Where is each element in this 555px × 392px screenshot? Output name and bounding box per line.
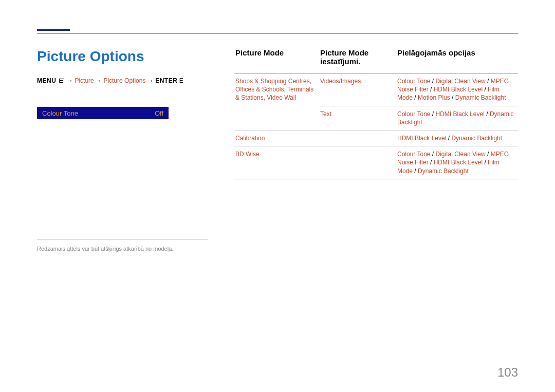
table-header-picture-mode: Picture Mode	[234, 48, 319, 73]
cell-picture-mode-setting: Text	[319, 106, 396, 130]
cell-adjustable-options: Colour Tone / Digital Clean View / MPEG …	[396, 73, 518, 106]
breadcrumb-picture: Picture	[75, 77, 94, 84]
enter-key-suffix: E	[179, 77, 183, 84]
osd-option-value: Off	[155, 109, 163, 117]
page-number: 103	[497, 365, 518, 380]
cell-picture-mode: Shops & Shopping Centres, Offices & Scho…	[234, 73, 319, 130]
cell-picture-mode-setting	[319, 130, 396, 146]
options-table: Picture Mode Picture Mode iestatījumi. P…	[234, 48, 518, 179]
osd-option-name: Colour Tone	[42, 109, 78, 117]
table-row: CalibrationHDMI Black Level / Dynamic Ba…	[234, 130, 518, 146]
cell-adjustable-options: Colour Tone / HDMI Black Level / Dynamic…	[396, 106, 518, 130]
osd-row-colour-tone: Colour Tone Off	[37, 107, 169, 119]
footnote: Redzamais attēls var būt atšķirīgs atkar…	[37, 246, 173, 252]
cell-picture-mode-setting: Videos/Images	[319, 73, 396, 106]
breadcrumb-enter: ENTER	[155, 77, 177, 84]
menu-icon	[59, 79, 64, 83]
table-row: BD WiseColour Tone / Digital Clean View …	[234, 146, 518, 179]
cell-picture-mode: BD Wise	[234, 146, 319, 179]
cell-picture-mode: Calibration	[234, 130, 319, 146]
table-header-picture-mode-settings: Picture Mode iestatījumi.	[319, 48, 396, 73]
cell-picture-mode-setting	[319, 146, 396, 179]
page-title: Picture Options	[37, 48, 208, 65]
breadcrumb-picture-options: Picture Options	[103, 77, 145, 84]
table-header-adjustable-options: Pielāgojamās opcijas	[396, 48, 518, 73]
breadcrumb-menu: MENU	[37, 77, 56, 84]
cell-adjustable-options: Colour Tone / Digital Clean View / MPEG …	[396, 146, 518, 179]
table-row: Shops & Shopping Centres, Offices & Scho…	[234, 73, 518, 106]
cell-adjustable-options: HDMI Black Level / Dynamic Backlight	[396, 130, 518, 146]
breadcrumb: MENU → Picture → Picture Options → ENTER…	[37, 77, 208, 84]
